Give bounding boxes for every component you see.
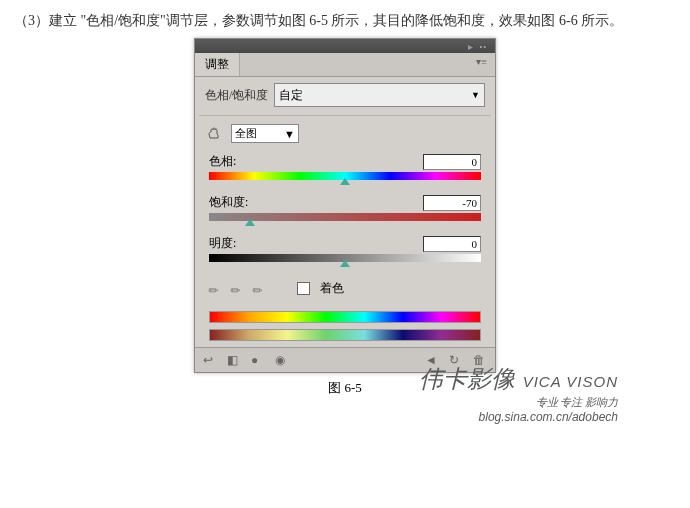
return-icon[interactable]: ↩ [203, 353, 217, 367]
saturation-label: 饱和度: [209, 194, 248, 211]
saturation-slider[interactable] [209, 213, 481, 221]
panel-tabs: 调整 ▾≡ [195, 53, 495, 77]
panel-grip-icon: •• [479, 43, 487, 52]
previous-icon[interactable]: ◄ [425, 353, 439, 367]
hue-input[interactable]: 0 [423, 154, 481, 170]
trash-icon[interactable]: 🗑 [473, 353, 487, 367]
eyedropper-add-icon[interactable]: ✎ [228, 278, 251, 301]
adjustment-type-label: 色相/饱和度 [205, 87, 268, 104]
spectrum-before [209, 311, 481, 323]
eyedropper-icon[interactable]: ✎ [206, 278, 229, 301]
colorize-label: 着色 [320, 280, 344, 297]
chevron-down-icon: ▼ [471, 90, 480, 100]
figure-caption: 图 6-5 [0, 379, 690, 397]
colorize-checkbox[interactable] [297, 282, 310, 295]
eyedropper-subtract-icon[interactable]: ✎ [250, 278, 273, 301]
chevron-down-icon: ▼ [284, 128, 295, 140]
tab-adjustments[interactable]: 调整 [195, 53, 240, 76]
scope-row: 全图 ▼ [195, 118, 495, 149]
saturation-section: 饱和度: -70 [195, 190, 495, 231]
scope-select[interactable]: 全图 ▼ [231, 124, 299, 143]
eyedropper-row: ✎ ✎ ✎ 着色 [195, 272, 495, 305]
scrubby-hand-icon[interactable] [205, 125, 225, 143]
visibility-icon[interactable]: ◉ [275, 353, 289, 367]
hue-label: 色相: [209, 153, 236, 170]
hue-slider[interactable] [209, 172, 481, 180]
lightness-label: 明度: [209, 235, 236, 252]
lightness-thumb[interactable] [340, 260, 350, 267]
lightness-slider[interactable] [209, 254, 481, 262]
hue-thumb[interactable] [340, 178, 350, 185]
hue-section: 色相: 0 [195, 149, 495, 190]
saturation-input[interactable]: -70 [423, 195, 481, 211]
panel-collapse-icon[interactable]: ▸ [468, 41, 473, 52]
panel-footer: ↩ ◧ ● ◉ ◄ ↻ 🗑 [195, 347, 495, 372]
panel-menu-icon[interactable]: ▾≡ [468, 53, 495, 76]
lightness-section: 明度: 0 [195, 231, 495, 272]
panel-header[interactable]: ▸ •• [195, 39, 495, 53]
scope-value: 全图 [235, 126, 257, 141]
divider [199, 115, 491, 116]
saturation-thumb[interactable] [245, 219, 255, 226]
adjustment-type-row: 色相/饱和度 自定 ▼ [195, 77, 495, 113]
watermark-url: blog.sina.com.cn/adobech [419, 410, 618, 424]
instruction-text: （3）建立 "色相/饱和度"调节层，参数调节如图 6-5 所示，其目的降低饱和度… [0, 0, 690, 38]
preset-select[interactable]: 自定 ▼ [274, 83, 485, 107]
spectrum-after [209, 329, 481, 341]
new-icon[interactable]: ◧ [227, 353, 241, 367]
clip-icon[interactable]: ● [251, 353, 265, 367]
adjustments-panel: ▸ •• 调整 ▾≡ 色相/饱和度 自定 ▼ 全图 ▼ 色相: 0 饱和度: -… [194, 38, 496, 373]
preset-value: 自定 [279, 87, 303, 104]
lightness-input[interactable]: 0 [423, 236, 481, 252]
reset-icon[interactable]: ↻ [449, 353, 463, 367]
